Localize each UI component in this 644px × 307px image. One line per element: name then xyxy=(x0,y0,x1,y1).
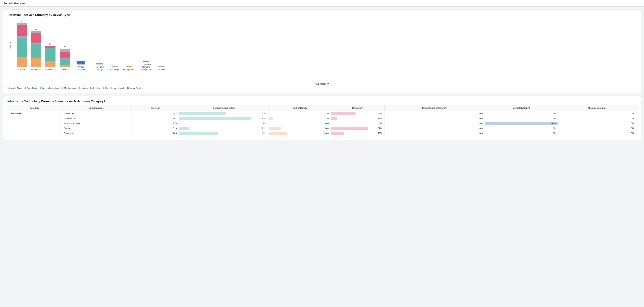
pct-value: 46% xyxy=(378,112,382,115)
pct-value: 0% xyxy=(631,112,634,115)
subcategory-cell: Workstations xyxy=(62,116,132,121)
col-end-of-sale: End of Sale% xyxy=(269,105,331,111)
col-generally-available: Generally Available% xyxy=(179,105,268,111)
pct-bar-bg xyxy=(485,122,558,125)
table-card: What is the Technology Currency Status f… xyxy=(3,96,641,140)
bar-x-label: Desktops xyxy=(61,68,69,71)
legend-dot xyxy=(102,87,104,89)
legend-item: Virtual System xyxy=(127,87,142,89)
pct-value: 0% xyxy=(480,122,483,125)
pct-cell: 0% xyxy=(558,111,636,116)
bar-x-label: Virtual Machines xyxy=(74,66,88,71)
legend-label: Virtual System xyxy=(130,87,142,89)
pct-cell: 0% xyxy=(384,111,485,116)
chart-area: #Models 60Servers49Notebooks29Workstatio… xyxy=(8,20,636,82)
pct-cell: 0% xyxy=(384,131,485,136)
bar-group: 29Workstations xyxy=(44,43,56,71)
pct-bar-bg xyxy=(331,127,368,130)
bar-group: 1Smartphones xyxy=(123,63,135,71)
legend-item: Generally Available xyxy=(40,87,59,89)
bar-segment xyxy=(30,33,41,43)
bar-segment xyxy=(45,48,56,61)
bar-stack xyxy=(30,31,41,67)
bar-segment xyxy=(17,38,27,57)
pct-cell: 52% xyxy=(179,111,268,116)
bar-x-label: Notebooks xyxy=(31,68,41,71)
bar-group: 4Virtual Machines xyxy=(74,58,88,71)
bar-total-label: 49 xyxy=(34,28,37,30)
pct-cell: 25% xyxy=(331,131,385,136)
pct-cell: 0% xyxy=(331,121,385,126)
table-row: Desktops24343%30%25%0%0%0% xyxy=(8,131,636,136)
bar-x-label: Unknown xyxy=(157,68,166,71)
legend-dot xyxy=(90,87,92,89)
devices-cell: 870 xyxy=(132,121,179,126)
pct-value: 0% xyxy=(552,127,556,130)
chart-legend: Lifecycle Stage End of SaleGenerally Ava… xyxy=(8,87,636,89)
pct-value: 0% xyxy=(631,127,634,130)
bar-stack xyxy=(143,61,149,62)
pct-value: 0% xyxy=(480,127,483,130)
x-axis-label: Subcategory xyxy=(8,82,636,85)
table-row: ComputersNotebooks1,04252%1%46%0%0%0% xyxy=(8,111,636,116)
category-cell xyxy=(8,131,62,136)
bar-stack xyxy=(158,66,164,67)
col-category: Category xyxy=(8,105,62,111)
bar-group: 1Unclassified Network Equipment xyxy=(139,58,153,71)
table-row: Servers31811%20%69%0%0%0% xyxy=(8,126,636,131)
col-missing: Missing Informa... xyxy=(558,105,636,111)
pct-cell: 12% xyxy=(331,116,385,121)
bar-segment xyxy=(112,66,118,67)
devices-cell: 947 xyxy=(132,116,179,121)
pct-bar-bg xyxy=(179,132,218,135)
pct-value: 0% xyxy=(631,122,634,125)
pct-value: 0% xyxy=(480,132,483,135)
bar-segment xyxy=(60,65,70,67)
sort-icon[interactable]: ▼ xyxy=(103,107,104,109)
pct-cell: 0% xyxy=(269,121,331,126)
subcategory-cell: Desktops xyxy=(62,131,132,136)
pct-cell: 69% xyxy=(331,126,385,131)
bar-total-label: 4 xyxy=(80,58,82,60)
legend-dot xyxy=(24,87,26,89)
bar-segment xyxy=(126,66,132,67)
legend-dot xyxy=(40,87,42,89)
table-body: ComputersNotebooks1,04252%1%46%0%0%0%Wor… xyxy=(8,111,636,136)
bar-x-label: Smartphones xyxy=(123,68,135,71)
bar-stack xyxy=(126,66,132,67)
pct-cell: 0% xyxy=(485,131,558,136)
bar-stack xyxy=(112,66,118,67)
pct-cell: 0% xyxy=(485,111,558,116)
pct-cell: 0% xyxy=(179,121,268,126)
pct-cell: 46% xyxy=(331,111,385,116)
pct-cell: 0% xyxy=(384,116,485,121)
legend-dot xyxy=(62,87,63,89)
bar-stack xyxy=(76,61,85,64)
legend-item: Missing Model Information xyxy=(62,87,88,89)
pct-cell: 11% xyxy=(179,126,268,131)
legend-label: Missing Model Information xyxy=(64,87,88,89)
bar-total-label: 60 xyxy=(21,20,23,22)
pct-bar-bg xyxy=(331,112,356,115)
legend-label: Unpublished Lifecycle xyxy=(105,87,125,89)
pct-cell: 0% xyxy=(485,126,558,131)
pct-value: 7% xyxy=(326,117,328,120)
bar-total-label: 1 xyxy=(99,60,100,63)
bar-segment xyxy=(158,66,164,67)
pct-cell: 100% xyxy=(485,121,558,126)
bar-segment xyxy=(30,44,41,58)
bar-group: 1Gateways xyxy=(110,63,119,71)
subcategory-cell: Servers xyxy=(62,126,132,131)
pct-cell: 20% xyxy=(269,126,331,131)
devices-cell: 1,042 xyxy=(132,111,179,116)
legend-item: Unpublished Lifecycle xyxy=(102,87,125,89)
col-obsolete: Obsolete% xyxy=(331,105,385,111)
bar-total-label: 1 xyxy=(114,63,116,66)
pct-value: 1% xyxy=(326,112,328,115)
pct-bar-bg xyxy=(331,132,344,135)
pct-value: 25% xyxy=(378,132,382,135)
pct-value: 0% xyxy=(552,132,556,135)
bar-segment xyxy=(17,57,27,67)
legend-label: Generally Available xyxy=(42,87,59,89)
bar-total-label: 1 xyxy=(161,63,162,66)
